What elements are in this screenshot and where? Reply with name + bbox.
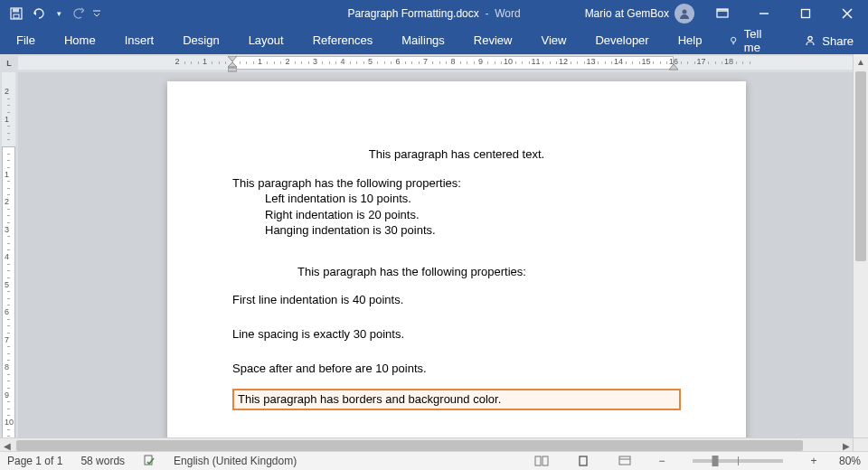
minimize-icon	[759, 8, 769, 19]
status-wordcount[interactable]: 58 words	[80, 455, 125, 467]
view-read-mode-button[interactable]	[530, 452, 553, 470]
svg-rect-6	[717, 9, 728, 12]
svg-rect-22	[580, 456, 587, 465]
tab-help[interactable]: Help	[667, 27, 713, 54]
redo-icon	[71, 7, 84, 20]
user-name: Mario at GemBox	[585, 7, 669, 20]
close-button[interactable]	[826, 0, 868, 27]
svg-marker-16	[228, 62, 237, 67]
tab-mailings[interactable]: Mailings	[391, 27, 456, 54]
title-bar: ▾ Paragraph Formatting.docx - Word Mario…	[0, 0, 868, 27]
horizontal-ruler-row: L 21123456789101112131415161718	[0, 54, 868, 73]
read-mode-icon	[534, 456, 549, 466]
close-icon	[842, 8, 853, 19]
zoom-slider-mid	[738, 456, 739, 465]
tab-layout[interactable]: Layout	[238, 27, 295, 54]
document-editing-area: 211234567891011 This paragraph has cente…	[0, 72, 854, 452]
ribbon-tabs: File Home Insert Design Layout Reference…	[0, 27, 868, 54]
svg-rect-17	[228, 68, 237, 71]
maximize-icon	[800, 8, 811, 19]
share-icon	[804, 34, 816, 47]
view-print-layout-button[interactable]	[571, 452, 595, 470]
zoom-percent[interactable]: 80%	[839, 455, 861, 467]
tab-home[interactable]: Home	[53, 27, 107, 54]
zoom-out-button[interactable]: −	[655, 455, 669, 467]
page-canvas[interactable]: This paragraph has centered text. This p…	[18, 72, 854, 452]
avatar	[675, 4, 694, 24]
save-button[interactable]	[5, 3, 27, 24]
tab-developer[interactable]: Developer	[584, 27, 659, 54]
paragraph-li-1[interactable]: Left indentation is 10 points.	[232, 191, 681, 207]
svg-point-11	[731, 37, 736, 42]
svg-rect-21	[542, 456, 548, 465]
ribbon-display-options-button[interactable]	[702, 0, 743, 27]
hanging-indent-marker[interactable]	[228, 62, 237, 71]
vscroll-track[interactable]	[854, 69, 868, 437]
svg-rect-2	[14, 14, 19, 18]
tab-selector[interactable]: L	[0, 54, 18, 72]
undo-dropdown[interactable]: ▾	[52, 9, 65, 18]
paragraph-linespace[interactable]: Line spacing is exactly 30 points.	[232, 321, 681, 348]
paragraph-props-head[interactable]: This paragraph has the following propert…	[232, 175, 681, 192]
zoom-slider-knob[interactable]	[712, 456, 718, 466]
status-bar: Page 1 of 1 58 words English (United Kin…	[0, 451, 868, 470]
share-label: Share	[822, 34, 854, 48]
doc-title: Paragraph Formatting.docx	[347, 7, 478, 20]
vertical-ruler[interactable]: 211234567891011	[0, 72, 18, 452]
status-proofing[interactable]	[143, 454, 156, 469]
status-page[interactable]: Page 1 of 1	[7, 455, 62, 467]
qat-customize-button[interactable]	[90, 9, 103, 18]
view-web-layout-button[interactable]	[613, 452, 637, 470]
undo-icon	[33, 7, 47, 20]
svg-point-4	[683, 10, 687, 14]
proofing-icon	[143, 454, 156, 466]
document-page[interactable]: This paragraph has centered text. This p…	[167, 81, 746, 452]
vertical-scrollbar[interactable]: ▲ ▼	[853, 54, 868, 452]
svg-marker-18	[669, 64, 678, 70]
ribbon-options-icon	[716, 8, 729, 19]
tell-me-label: Tell me	[744, 27, 772, 54]
print-layout-icon	[577, 455, 590, 467]
save-icon	[10, 7, 23, 20]
person-icon	[678, 7, 691, 20]
tab-design[interactable]: Design	[172, 27, 230, 54]
svg-rect-20	[535, 456, 541, 465]
vscroll-thumb[interactable]	[855, 71, 866, 261]
page-content[interactable]: This paragraph has centered text. This p…	[232, 146, 681, 410]
paragraph-firstline[interactable]: First line indentation is 40 points.	[232, 292, 681, 308]
paragraph-bordered[interactable]: This paragraph has borders and backgroun…	[232, 389, 681, 410]
lightbulb-icon	[729, 34, 738, 47]
chevron-down-icon	[92, 9, 101, 18]
paragraph-spacing[interactable]: Space after and before are 10 points.	[232, 361, 681, 377]
minimize-button[interactable]	[743, 0, 785, 27]
paragraph-li-2[interactable]: Right indentation is 20 points.	[232, 207, 681, 223]
horizontal-ruler[interactable]: 21123456789101112131415161718	[18, 54, 868, 72]
zoom-slider[interactable]	[693, 459, 783, 463]
web-layout-icon	[618, 456, 631, 466]
paragraph-li-3[interactable]: Hanging indentation is 30 points.	[232, 222, 681, 239]
scroll-up-button[interactable]: ▲	[854, 54, 868, 69]
paragraph-centered[interactable]: This paragraph has centered text.	[232, 146, 681, 163]
maximize-button[interactable]	[785, 0, 826, 27]
paragraph-props-head-2[interactable]: This paragraph has the following propert…	[297, 264, 681, 280]
hscroll-thumb[interactable]	[16, 440, 803, 451]
redo-button[interactable]	[67, 3, 89, 24]
svg-point-14	[808, 36, 812, 40]
app-name: Word	[495, 7, 520, 20]
share-button[interactable]: Share	[795, 34, 863, 48]
zoom-in-button[interactable]: +	[807, 455, 821, 467]
tab-review[interactable]: Review	[463, 27, 524, 54]
svg-rect-8	[802, 10, 810, 18]
right-indent-marker[interactable]	[669, 62, 678, 71]
status-language[interactable]: English (United Kingdom)	[174, 455, 297, 467]
user-account[interactable]: Mario at GemBox	[578, 4, 702, 24]
svg-rect-1	[13, 9, 19, 13]
tab-references[interactable]: References	[302, 27, 383, 54]
svg-rect-23	[619, 456, 630, 465]
tab-file[interactable]: File	[5, 27, 46, 54]
tab-insert[interactable]: Insert	[114, 27, 165, 54]
tab-view[interactable]: View	[530, 27, 577, 54]
undo-button[interactable]	[29, 3, 51, 24]
tell-me-button[interactable]: Tell me	[720, 27, 780, 54]
quick-access-toolbar: ▾	[0, 0, 103, 27]
